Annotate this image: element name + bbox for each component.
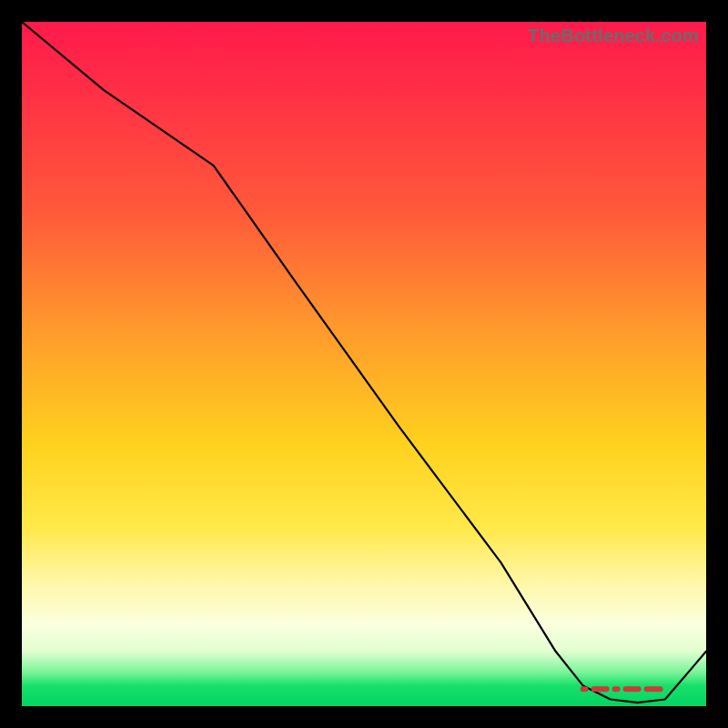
chart-plot-area: TheBottleneck.com: [22, 22, 706, 706]
chart-frame: TheBottleneck.com: [0, 0, 728, 728]
chart-svg: [22, 22, 706, 706]
bottleneck-curve: [22, 22, 706, 703]
